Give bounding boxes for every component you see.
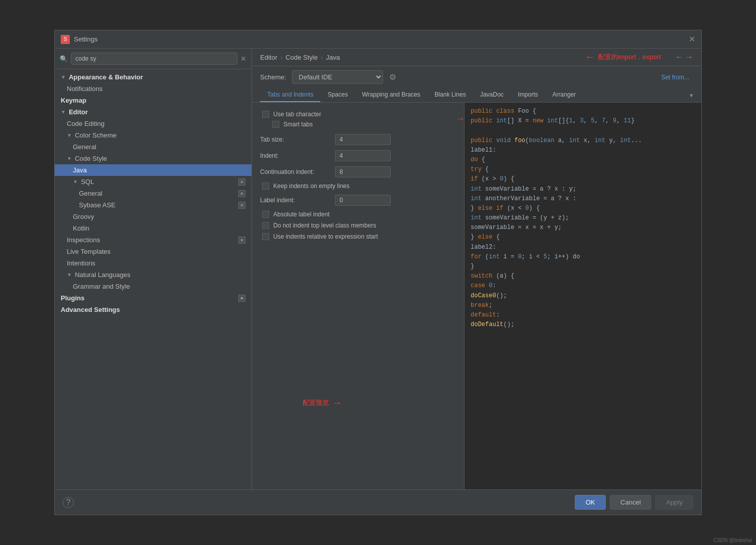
code-line: label1: — [471, 146, 695, 155]
sidebar-item-natural-languages[interactable]: ▼ Natural Languages — [55, 269, 251, 281]
use-indents-relative-checkbox[interactable] — [262, 233, 269, 240]
sidebar-item-kotlin[interactable]: Kotlin — [55, 222, 251, 234]
search-input[interactable] — [71, 53, 237, 65]
app-icon: S — [61, 35, 70, 44]
code-line: int someVariable = a ? x : y; — [471, 185, 695, 194]
absolute-label-indent-checkbox[interactable] — [262, 211, 269, 218]
sidebar-item-label: Sybase ASE — [79, 201, 115, 209]
sidebar-item-keymap[interactable]: Keymap — [55, 95, 251, 106]
sidebar-item-editor[interactable]: ▼ Editor — [55, 106, 251, 118]
sidebar-item-label: General — [79, 190, 102, 197]
tab-tabs-indents[interactable]: Tabs and Indents — [260, 88, 320, 102]
tab-imports[interactable]: Imports — [511, 88, 545, 102]
smart-tabs-checkbox[interactable] — [272, 121, 279, 128]
ok-button[interactable]: OK — [575, 495, 606, 510]
sidebar-item-sybase[interactable]: Sybase ASE ≡ — [55, 199, 251, 211]
tabs-more-icon[interactable]: ▾ — [690, 92, 693, 99]
code-line: do { — [471, 155, 695, 165]
use-tab-char-checkbox[interactable] — [262, 111, 269, 118]
dialog-body: 🔍 ✕ ▼ Appearance & Behavior Notification… — [55, 49, 701, 489]
tab-spaces[interactable]: Spaces — [320, 88, 355, 102]
sidebar-item-notifications[interactable]: Notifications — [55, 83, 251, 95]
no-indent-top-row: Do not indent top level class members — [260, 222, 456, 229]
absolute-label-indent-label: Absolute label indent — [273, 211, 329, 218]
code-line: someVariable = x = x + y; — [471, 223, 695, 233]
code-line: label2: — [471, 243, 695, 252]
code-preview: public class Foo { public int[] X = new … — [465, 103, 701, 489]
no-indent-top-checkbox[interactable] — [262, 222, 269, 229]
tab-arranger[interactable]: Arranger — [545, 88, 583, 102]
search-clear-icon[interactable]: ✕ — [240, 55, 246, 63]
sidebar-item-live-templates[interactable]: Live Templates — [55, 246, 251, 257]
sidebar-item-sql[interactable]: ▼ SQL ≡ — [55, 176, 251, 188]
collapse-icon: ▼ — [67, 132, 72, 138]
close-button[interactable]: ✕ — [689, 34, 695, 44]
smart-tabs-row: Smart tabs — [260, 121, 456, 128]
search-bar: 🔍 ✕ — [55, 49, 251, 69]
sidebar-item-color-scheme[interactable]: ▼ Color Scheme — [55, 129, 251, 141]
tab-wrapping[interactable]: Wrapping and Braces — [355, 88, 427, 102]
sidebar-item-advanced[interactable]: Advanced Settings — [55, 304, 251, 315]
breadcrumb-editor: Editor — [260, 54, 277, 61]
sidebar-item-appearance[interactable]: ▼ Appearance & Behavior — [55, 71, 251, 83]
code-line: if (x > 0) { — [471, 174, 695, 184]
nav-badge: ≡ — [238, 237, 245, 244]
keep-indents-row: Keep indents on empty lines — [260, 183, 456, 190]
continuation-indent-row: Continuation indent: — [260, 166, 456, 177]
apply-button[interactable]: Apply — [655, 495, 693, 510]
sidebar-item-label: Groovy — [73, 213, 94, 220]
forward-button[interactable]: → — [685, 53, 693, 62]
bottom-buttons: OK Cancel Apply — [575, 495, 693, 510]
code-line: int anotherVariable = a ? x : — [471, 194, 695, 204]
code-line — [471, 126, 695, 135]
settings-dialog: S Settings ✕ 🔍 ✕ ▼ Appearance & Behavior… — [54, 30, 702, 515]
use-tab-char-row: Use tab character — [260, 111, 456, 118]
set-from-link[interactable]: Set from... — [661, 74, 693, 81]
code-line: case 0: — [471, 281, 695, 291]
sidebar-item-grammar-style[interactable]: Grammar and Style — [55, 281, 251, 292]
code-line: } — [471, 262, 695, 271]
dialog-title: Settings — [74, 35, 98, 43]
sidebar: 🔍 ✕ ▼ Appearance & Behavior Notification… — [55, 49, 252, 489]
settings-panel: Use tab character Smart tabs Tab size: — [252, 103, 465, 489]
scheme-gear-icon[interactable]: ⚙ — [389, 72, 396, 82]
tab-javadoc[interactable]: JavaDoc — [473, 88, 511, 102]
back-button[interactable]: ← — [675, 53, 683, 62]
scheme-select[interactable]: Default IDE — [292, 70, 383, 84]
scheme-label: Scheme: — [260, 73, 286, 81]
keep-indents-checkbox[interactable] — [262, 183, 269, 190]
sidebar-item-label: Grammar and Style — [73, 283, 130, 290]
code-line: } else if (x < 0) { — [471, 204, 695, 213]
continuation-indent-input[interactable] — [335, 166, 391, 177]
help-button[interactable]: ? — [63, 497, 74, 508]
bottom-bar: ? OK Cancel Apply — [55, 489, 701, 515]
tab-size-row: Tab size: — [260, 134, 456, 145]
sidebar-item-label: Code Style — [75, 155, 107, 162]
tab-size-input[interactable] — [335, 134, 391, 145]
breadcrumb-java: Java — [326, 54, 340, 61]
indent-input[interactable] — [335, 150, 391, 161]
main-content: Editor › Code Style › Java ← → Scheme: D… — [252, 49, 701, 489]
config-items-annotation: ← 各配置项 — [456, 114, 465, 124]
code-line: int someVariable = (y + z); — [471, 213, 695, 223]
sidebar-item-label: Plugins — [61, 294, 85, 302]
sidebar-item-plugins[interactable]: Plugins ≡ — [55, 292, 251, 304]
breadcrumb-codestyle: Code Style — [285, 54, 318, 61]
cancel-button[interactable]: Cancel — [610, 495, 651, 510]
sidebar-item-label: Notifications — [67, 85, 103, 93]
sidebar-item-inspections[interactable]: Inspections ≡ — [55, 234, 251, 246]
search-icon: 🔍 — [60, 55, 68, 63]
code-line: doDefault(); — [471, 320, 695, 330]
sidebar-item-code-style[interactable]: ▼ Code Style — [55, 153, 251, 164]
continuation-indent-label: Continuation indent: — [260, 168, 331, 175]
tab-blank-lines[interactable]: Blank Lines — [428, 88, 473, 102]
sidebar-item-groovy[interactable]: Groovy — [55, 211, 251, 222]
sidebar-item-sql-general[interactable]: General ≡ — [55, 188, 251, 199]
sidebar-item-label: Kotlin — [73, 224, 90, 232]
sidebar-item-intentions[interactable]: Intentions — [55, 257, 251, 269]
sidebar-item-java[interactable]: Java — [55, 164, 251, 176]
no-indent-top-label: Do not indent top level class members — [273, 222, 376, 229]
sidebar-item-code-editing[interactable]: Code Editing — [55, 118, 251, 129]
sidebar-item-color-scheme-general[interactable]: General — [55, 141, 251, 153]
label-indent-input[interactable] — [335, 195, 391, 206]
